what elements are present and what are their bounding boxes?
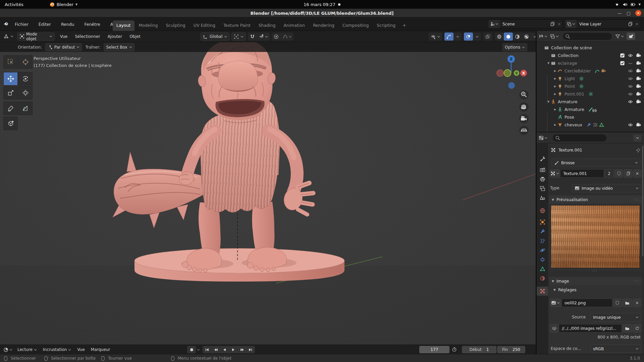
camera-toggle[interactable] bbox=[636, 92, 641, 97]
jump-to-start-button[interactable] bbox=[203, 346, 211, 353]
proportional-edit-toggle[interactable] bbox=[272, 33, 281, 41]
tool-measure[interactable] bbox=[18, 102, 33, 115]
outliner-row-point[interactable]: ▶Point bbox=[537, 82, 644, 90]
outliner-row-light[interactable]: ▶Light bbox=[537, 75, 644, 82]
stopwatch-icon[interactable] bbox=[452, 347, 457, 352]
editor-type-selector[interactable] bbox=[3, 33, 14, 41]
fake-user-shield-button[interactable] bbox=[614, 169, 623, 178]
eyeclosed-toggle[interactable] bbox=[628, 61, 633, 66]
shading-material-button[interactable] bbox=[513, 33, 522, 41]
system-clock[interactable]: 16 mars 09:27 bbox=[304, 0, 340, 9]
filepath-field[interactable]: //../../000 images ref/grizzl... bbox=[559, 324, 622, 333]
properties-tab-particlestab[interactable] bbox=[537, 236, 548, 245]
snap-toggle[interactable] bbox=[248, 33, 257, 41]
outliner-row-armature[interactable]: ▶Armature69 bbox=[537, 106, 644, 113]
viewport-canvas[interactable]: Y X Z bbox=[0, 31, 536, 345]
properties-search-input[interactable] bbox=[553, 134, 606, 141]
jump-to-end-button[interactable] bbox=[246, 346, 255, 353]
unlink-button[interactable]: ✕ bbox=[633, 299, 641, 307]
properties-tab-output[interactable] bbox=[537, 175, 548, 184]
texture-users-count[interactable]: 2 bbox=[604, 169, 614, 178]
eyedim-toggle[interactable] bbox=[628, 76, 633, 81]
workspace-tab-shading[interactable]: Shading bbox=[255, 20, 279, 31]
unlink-icon[interactable]: ✕ bbox=[556, 22, 562, 26]
tool-select-box[interactable] bbox=[3, 55, 18, 69]
shading-selector[interactable] bbox=[531, 33, 536, 41]
outliner-row-eclairage[interactable]: ▼eclairage bbox=[537, 59, 644, 67]
eye-toggle[interactable] bbox=[628, 53, 633, 58]
display-mode-selector[interactable] bbox=[539, 34, 547, 39]
properties-tab-datatab[interactable] bbox=[537, 264, 548, 274]
overlays-toggle[interactable] bbox=[464, 33, 473, 41]
outliner-row-cercleb-zier[interactable]: ▶CercleBézier bbox=[537, 67, 644, 75]
outliner-row-point-001[interactable]: ▶Point.001 bbox=[537, 90, 644, 98]
outliner-filter-type-selector[interactable] bbox=[550, 34, 559, 39]
properties-tab-object[interactable] bbox=[537, 218, 548, 227]
workspace-tab-uv-editing[interactable]: UV Editing bbox=[190, 20, 219, 31]
camera-toggle[interactable] bbox=[636, 61, 641, 66]
scene-name[interactable]: Scene bbox=[500, 22, 549, 26]
source-selector[interactable]: Image unique bbox=[590, 313, 641, 321]
tool-transform[interactable] bbox=[18, 86, 33, 100]
viewport-menu-objet[interactable]: Objet bbox=[128, 34, 142, 39]
shading-wireframe-button[interactable] bbox=[495, 33, 504, 41]
activities-button[interactable]: Activités bbox=[5, 2, 23, 7]
timeline-menu-incrustation[interactable]: Incrustation bbox=[41, 347, 74, 352]
add-workspace-button[interactable]: + bbox=[400, 20, 409, 31]
new-collection-button[interactable] bbox=[627, 33, 635, 40]
menu-editer[interactable]: Éditer bbox=[37, 22, 52, 27]
shading-rendered-button[interactable] bbox=[522, 33, 531, 41]
orientation-default-selector[interactable]: Par défaut bbox=[45, 43, 82, 51]
eyedim-toggle[interactable] bbox=[628, 92, 633, 97]
app-menu-button[interactable]: Blender ▼ bbox=[50, 2, 78, 7]
viewport-menu-selectionner[interactable]: Sélectionner bbox=[73, 34, 101, 39]
view-layer-icon[interactable] bbox=[565, 20, 577, 28]
texture-browse-button[interactable] bbox=[550, 169, 560, 178]
pin-icon[interactable] bbox=[636, 148, 641, 153]
tool-add-primitive[interactable] bbox=[3, 117, 18, 130]
expander-icon[interactable]: ▶ bbox=[553, 108, 557, 111]
blender-logo-icon[interactable] bbox=[3, 21, 8, 26]
outliner-row-collection-de-sc-ne[interactable]: Collection de scène bbox=[537, 44, 644, 52]
colorspace-selector[interactable]: sRGB bbox=[590, 345, 641, 353]
menu-fenetre[interactable]: Fenêtre bbox=[83, 22, 102, 27]
camera-toggle[interactable] bbox=[636, 68, 641, 73]
play-reverse-button[interactable] bbox=[220, 346, 229, 353]
properties-tab-constraints[interactable] bbox=[537, 255, 548, 264]
drag-dots-icon[interactable]: :::: bbox=[634, 199, 639, 200]
options-dropdown[interactable]: Options bbox=[502, 43, 527, 51]
pivot-point-selector[interactable] bbox=[231, 33, 246, 41]
gizmos-selector[interactable] bbox=[453, 33, 462, 41]
new-copy-button[interactable] bbox=[624, 169, 633, 178]
expander-icon[interactable]: ▶ bbox=[553, 85, 557, 88]
properties-options-dropdown[interactable] bbox=[633, 134, 641, 141]
texture-preview-image[interactable] bbox=[551, 205, 640, 268]
maximize-button[interactable]: ▢ bbox=[627, 11, 631, 16]
camera-toggle[interactable] bbox=[636, 122, 641, 127]
previous-keyframe-button[interactable] bbox=[211, 346, 220, 353]
timeline-menu-lecture[interactable]: Lecture bbox=[15, 347, 39, 352]
resize-handle-dots[interactable]: :::: bbox=[592, 269, 597, 272]
frame-start-field[interactable]: Début 1 bbox=[462, 346, 496, 353]
workspace-tab-scripting[interactable]: Scripting bbox=[373, 20, 399, 31]
eye-toggle[interactable] bbox=[628, 122, 633, 127]
close-button[interactable]: ✕ bbox=[635, 10, 641, 16]
tool-move[interactable] bbox=[3, 72, 18, 85]
workspace-tab-rendering[interactable]: Rendering bbox=[309, 20, 338, 31]
tool-annotate[interactable] bbox=[3, 102, 18, 115]
proportional-falloff-selector[interactable] bbox=[281, 33, 293, 41]
3d-viewport[interactable]: Y X Z Mode objet VueSélect bbox=[0, 31, 536, 345]
scrollbar[interactable] bbox=[642, 146, 643, 256]
timeline-menu-vue[interactable]: Vue bbox=[75, 347, 87, 352]
viewport-menu-vue[interactable]: Vue bbox=[59, 34, 69, 39]
reload-icon[interactable] bbox=[633, 324, 641, 333]
next-keyframe-button[interactable] bbox=[237, 346, 246, 353]
outliner-row-cheveux[interactable]: ▶cheveux bbox=[537, 121, 644, 129]
frame-end-field[interactable]: Fin 250 bbox=[497, 346, 525, 353]
minimize-button[interactable]: — bbox=[618, 11, 622, 16]
properties-tab-render[interactable] bbox=[537, 165, 548, 174]
properties-tab-scene[interactable] bbox=[537, 193, 548, 202]
workspace-tab-sculpting[interactable]: Sculpting bbox=[162, 20, 189, 31]
properties-tab-viewlayer[interactable] bbox=[537, 184, 548, 193]
pedestal-mesh[interactable] bbox=[135, 248, 344, 282]
